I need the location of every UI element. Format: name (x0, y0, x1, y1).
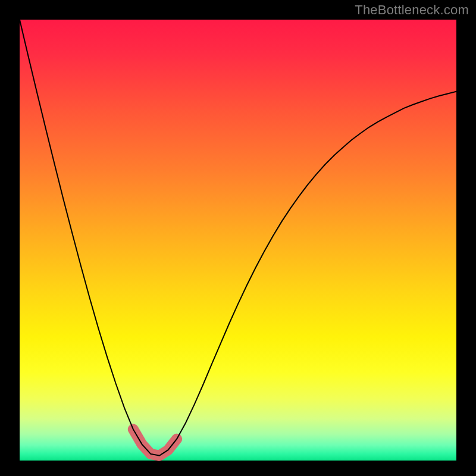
watermark-text: TheBottleneck.com (355, 2, 469, 18)
bottleneck-chart (0, 0, 476, 476)
plot-background (20, 20, 456, 461)
chart-stage: TheBottleneck.com (0, 0, 476, 476)
